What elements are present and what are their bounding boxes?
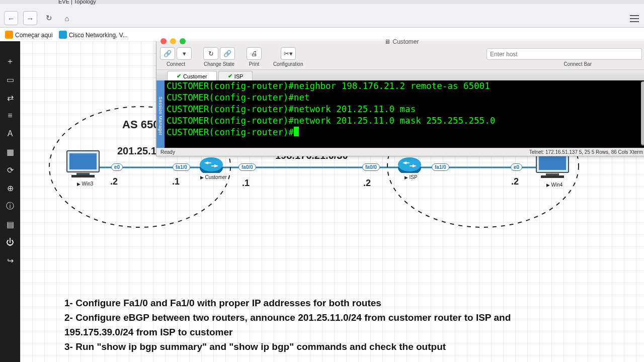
connect-bar-label: Connect Bar (564, 61, 592, 67)
configuration-label: Configuration (273, 61, 303, 67)
bookmarks-bar: Começar aqui Cisco Networking, V... (5, 28, 128, 41)
print-label: Print (249, 61, 260, 67)
svg-point-10 (398, 157, 421, 171)
terminal-output[interactable]: CUSTOMER(config-router)#neighbor 198.176… (165, 80, 644, 148)
session-manager-handle[interactable]: Session Manager (156, 80, 165, 152)
change-state-button[interactable]: ↻ (203, 47, 218, 60)
status-left: Ready (160, 149, 175, 155)
instruction-2: 2- Configure eBGP between two routers, a… (64, 310, 527, 339)
clipboard-icon[interactable]: ▤ (5, 219, 15, 229)
iface-fa10-left: fa1/0 (173, 163, 190, 171)
forward-button[interactable]: → (23, 11, 37, 25)
cursor (294, 127, 299, 136)
ip-win4: .2 (511, 176, 519, 187)
configuration-button[interactable]: ✂▾ (281, 47, 296, 60)
connect-label: Connect (167, 61, 185, 67)
ip-mid-right: .2 (363, 178, 371, 189)
node-customer-label: Customer (200, 174, 227, 180)
info-icon[interactable]: ⓘ (5, 201, 15, 211)
browser-chrome: EVE | Topology ← → ↻ ⌂ (0, 0, 644, 28)
tab-customer[interactable]: ✔Customer (167, 71, 217, 81)
scrollbar-thumb[interactable] (641, 81, 644, 145)
node-customer[interactable] (199, 156, 223, 173)
svg-rect-5 (76, 173, 90, 175)
settings-icon[interactable]: ⇄ (5, 93, 15, 103)
text-icon[interactable]: A (5, 129, 15, 139)
browser-tab-title[interactable]: EVE | Topology (58, 0, 96, 5)
browser-tab-strip (0, 0, 644, 4)
iface-e0-left: e0 (111, 163, 123, 171)
eve-sidebar: ＋ ▭ ⇄ ≡ A ▦ ⟳ ⊕ ⓘ ▤ ⏻ ↪ (0, 41, 20, 362)
connect-menu[interactable]: ▾ (177, 47, 192, 60)
check-icon: ✔ (177, 73, 181, 79)
svg-point-8 (200, 157, 223, 171)
refresh-icon[interactable]: ⟳ (5, 165, 15, 175)
status-right: Telnet: 172.16.51.137 5, 25 5 Rows, 86 C… (529, 149, 643, 155)
zoom-icon[interactable]: ⊕ (5, 183, 15, 193)
bookmark-comecar[interactable]: Começar aqui (5, 31, 53, 39)
iface-fa10-right: fa1/0 (432, 163, 449, 171)
print-button[interactable]: 🖨 (247, 47, 262, 60)
terminal-status-bar: Ready Telnet: 172.16.51.137 5, 25 5 Rows… (156, 148, 644, 156)
grid-icon[interactable]: ▦ (5, 147, 15, 157)
iface-fa00-left: fa0/0 (238, 163, 256, 171)
iface-fa00-right: fa0/0 (362, 163, 380, 171)
list-icon[interactable]: ≡ (5, 111, 15, 121)
add-icon[interactable]: ＋ (5, 56, 15, 66)
change-state-menu[interactable]: 🔗 (220, 47, 235, 60)
check-icon: ✔ (228, 73, 232, 79)
logout-icon[interactable]: ↪ (5, 255, 15, 265)
topology-canvas[interactable]: AS 65000 AS 65001 eBGP 201.25.11.0/24 19… (20, 41, 644, 362)
ip-mid-left: .1 (242, 178, 250, 189)
terminal-window[interactable]: 🖥 Customer 🔗 ▾ Connect ↻ 🔗 Change State … (156, 41, 644, 156)
svg-rect-13 (546, 173, 559, 175)
terminal-title: 🖥 Customer (156, 38, 644, 45)
host-input[interactable] (487, 48, 642, 60)
cisco-icon (59, 31, 67, 39)
node-win4-label: Win4 (546, 182, 562, 188)
terminal-toolbar: 🔗 ▾ Connect ↻ 🔗 Change State 🖨 Print ✂▾ … (160, 47, 303, 67)
reload-button[interactable]: ↻ (42, 12, 55, 25)
svg-rect-4 (69, 153, 97, 169)
node-win3[interactable] (64, 149, 102, 178)
connect-button[interactable]: 🔗 (160, 47, 175, 60)
firefox-icon (5, 31, 13, 39)
svg-rect-6 (71, 175, 95, 177)
change-state-label: Change State (204, 61, 234, 67)
monitor-icon: 🖥 (384, 38, 390, 45)
tab-isp[interactable]: ✔ISP (218, 71, 253, 81)
terminal-tab-bar: ✔Customer ✔ISP (156, 69, 644, 81)
instruction-3: 3- Run "show ip bgp summary" and "show i… (64, 339, 527, 354)
bookmark-cisco[interactable]: Cisco Networking, V... (59, 31, 128, 39)
ip-win3: .2 (110, 176, 118, 187)
svg-rect-14 (541, 175, 564, 178)
lab-instructions: 1- Configure Fa1/0 and Fa1/0 with proper… (64, 296, 527, 354)
instruction-1: 1- Configure Fa1/0 and Fa1/0 with proper… (64, 296, 527, 310)
hamburger-menu[interactable] (630, 15, 639, 22)
node-isp[interactable] (397, 156, 422, 173)
node-icon[interactable]: ▭ (5, 74, 15, 84)
node-win3-label: Win3 (77, 181, 93, 187)
node-isp-label: ISP (405, 174, 418, 180)
iface-e0-right: e0 (511, 163, 522, 171)
power-icon[interactable]: ⏻ (5, 237, 15, 247)
ip-customer: .1 (172, 176, 180, 187)
back-button[interactable]: ← (4, 11, 18, 25)
home-button[interactable]: ⌂ (60, 12, 73, 25)
